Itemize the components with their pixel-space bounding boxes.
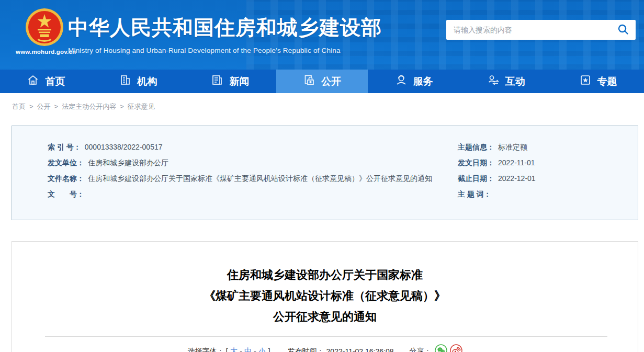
search-box xyxy=(446,20,636,40)
nav-label: 专题 xyxy=(597,75,617,88)
breadcrumb-home[interactable]: 首页 xyxy=(12,103,26,110)
search-input[interactable] xyxy=(446,20,611,40)
info-label: 主 题 词： xyxy=(458,186,491,202)
info-row-issuing-unit: 发文单位： 住房和城乡建设部办公厅 xyxy=(48,155,450,171)
share-label: 分享： xyxy=(410,347,432,352)
article-meta-bar: 选择字体： [ 大 - 中 - 小 ] 发布时间： 2022-11-02 16:… xyxy=(12,344,638,352)
article-title-line: 住房和城乡建设部办公厅关于国家标准 xyxy=(12,265,638,286)
info-row-topic-info: 主题信息： 标准定额 xyxy=(458,139,638,155)
search-button[interactable] xyxy=(611,20,636,40)
nav-label: 公开 xyxy=(321,75,341,88)
site-header: www.mohurd.gov.cn 中华人民共和国住房和城乡建设部 Minist… xyxy=(0,0,644,70)
breadcrumb-current: 征求意见 xyxy=(128,103,155,110)
national-emblem-icon xyxy=(16,7,73,47)
weibo-icon[interactable] xyxy=(450,344,462,352)
search-icon xyxy=(617,24,629,37)
nav-item-special-topics[interactable]: 专题 xyxy=(552,70,644,93)
main-nav: 首页 机构 新闻 公开 xyxy=(0,70,644,93)
info-label: 发文单位： xyxy=(48,155,84,171)
publish-time-label: 发布时间： xyxy=(288,347,324,352)
breadcrumb-disclosure[interactable]: 公开 xyxy=(37,103,51,110)
index-number-value: 000013338/2022-00517 xyxy=(81,139,163,155)
info-label: 文 号： xyxy=(48,186,84,202)
info-label: 截止日期： xyxy=(458,171,494,186)
nav-item-interaction[interactable]: 互动 xyxy=(460,70,552,93)
article-title-line: 公开征求意见的通知 xyxy=(12,306,638,327)
nav-label: 新闻 xyxy=(229,75,249,88)
deadline-value: 2022-12-01 xyxy=(494,171,536,186)
wechat-icon[interactable] xyxy=(435,344,447,352)
info-label: 发文日期： xyxy=(458,155,494,171)
service-icon xyxy=(395,74,408,89)
nav-label: 首页 xyxy=(45,75,65,88)
font-size-medium[interactable]: 中 xyxy=(244,347,252,352)
disclosure-icon xyxy=(303,74,315,89)
info-row-document-name: 文件名称： 住房和城乡建设部办公厅关于国家标准《煤矿主要通风机站设计标准（征求意… xyxy=(48,171,450,186)
title-divider xyxy=(45,336,607,337)
nav-label: 互动 xyxy=(505,75,525,88)
breadcrumb-statutory-disclosure[interactable]: 法定主动公开内容 xyxy=(62,103,116,110)
font-size-small[interactable]: 小 xyxy=(258,347,266,352)
nav-item-home[interactable]: 首页 xyxy=(0,70,92,93)
breadcrumb: 首页>公开>法定主动公开内容>征求意见 xyxy=(12,102,644,111)
article-title: 住房和城乡建设部办公厅关于国家标准 《煤矿主要通风机站设计标准（征求意见稿）》 … xyxy=(12,265,638,327)
nav-label: 服务 xyxy=(413,75,433,88)
info-row-keywords: 主 题 词： xyxy=(458,186,638,202)
issuing-unit-value: 住房和城乡建设部办公厅 xyxy=(84,155,168,171)
document-number-value xyxy=(84,186,88,202)
nav-item-organization[interactable]: 机构 xyxy=(92,70,184,93)
site-logo: www.mohurd.gov.cn xyxy=(16,7,73,55)
info-label: 主题信息： xyxy=(458,139,494,155)
nav-item-disclosure[interactable]: 公开 xyxy=(276,70,368,93)
keywords-value xyxy=(491,186,495,202)
document-name-value: 住房和城乡建设部办公厅关于国家标准《煤矿主要通风机站设计标准（征求意见稿）》公开… xyxy=(84,171,432,186)
info-label: 文件名称： xyxy=(48,171,84,186)
info-label: 索 引 号： xyxy=(48,139,81,155)
document-info-card: 索 引 号： 000013338/2022-00517 发文单位： 住房和城乡建… xyxy=(12,126,638,220)
nav-label: 机构 xyxy=(137,75,157,88)
home-icon xyxy=(27,74,39,89)
nav-item-news[interactable]: 新闻 xyxy=(184,70,276,93)
issue-date-value: 2022-11-01 xyxy=(494,155,535,171)
publish-time-value: 2022-11-02 16:26:08 xyxy=(326,347,394,352)
info-row-index-number: 索 引 号： 000013338/2022-00517 xyxy=(48,139,450,155)
font-size-large[interactable]: 大 xyxy=(230,347,238,352)
info-row-deadline: 截止日期： 2022-12-01 xyxy=(458,171,638,186)
site-url: www.mohurd.gov.cn xyxy=(16,49,73,55)
organization-icon xyxy=(119,74,131,89)
article-title-line: 《煤矿主要通风机站设计标准（征求意见稿）》 xyxy=(12,286,638,306)
font-select-label: 选择字体： xyxy=(187,347,224,352)
special-topics-icon xyxy=(579,74,592,89)
interaction-icon xyxy=(487,74,500,89)
info-row-issue-date: 发文日期： 2022-11-01 xyxy=(458,155,638,171)
nav-item-service[interactable]: 服务 xyxy=(368,70,460,93)
topic-info-value: 标准定额 xyxy=(494,139,527,155)
news-icon xyxy=(211,74,223,89)
info-row-document-number: 文 号： xyxy=(48,186,450,202)
site-title: 中华人民共和国住房和城乡建设部 xyxy=(68,14,382,42)
article-card: 住房和城乡建设部办公厅关于国家标准 《煤矿主要通风机站设计标准（征求意见稿）》 … xyxy=(12,241,638,352)
site-subtitle: Ministry of Housing and Urban-Rural Deve… xyxy=(68,47,382,54)
